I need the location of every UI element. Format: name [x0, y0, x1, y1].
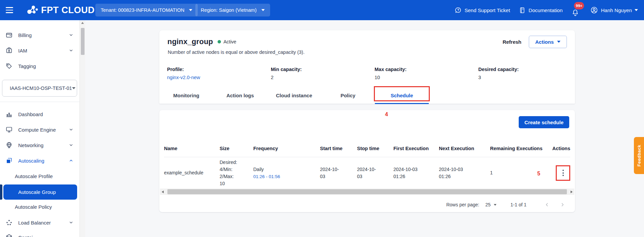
load-balancer-icon [5, 219, 13, 226]
cell-name: example_schedule [164, 169, 220, 176]
top-navbar: FPT CLOUD Tenant: 000823-INFRA-AUTOMATIO… [0, 0, 644, 20]
scrollbar-thumb[interactable] [81, 28, 85, 55]
region-selector[interactable]: Region: Saigon (Vietnam) [195, 4, 270, 16]
actions-button[interactable]: Actions [529, 36, 567, 48]
chevron-down-icon [261, 9, 265, 11]
sidebar-item-load-balancer[interactable]: Load Balancer [0, 215, 79, 230]
send-support-ticket-button[interactable]: Send Support Ticket [455, 7, 510, 14]
field-desired-capacity: Desired capacity: 3 [478, 67, 582, 80]
chevron-down-icon [189, 9, 192, 11]
region-label: Region: Saigon (Vietnam) [201, 7, 257, 13]
chevron-down-icon [69, 127, 73, 132]
documentation-icon [519, 7, 526, 14]
cell-remaining-executions: 1 [490, 169, 554, 176]
logo-text: FPT CLOUD [41, 5, 95, 15]
sidebar-item-compute-engine[interactable]: Compute Engine [0, 122, 79, 137]
sidebar-item-networking[interactable]: Networking [0, 137, 79, 153]
cell-next-execution: 2024-10-03 01:26 [439, 166, 490, 180]
scrollbar-thumb[interactable] [167, 189, 567, 194]
active-tab-indicator [375, 103, 429, 104]
rows-per-page-select[interactable]: 25 [485, 202, 496, 207]
sidebar-item-dashboard[interactable]: Dashboard [0, 106, 79, 122]
group-header-card: nginx_group Active Refresh Actions Numbe… [159, 30, 575, 104]
container-icon [5, 234, 13, 237]
chevron-down-icon [69, 33, 73, 37]
chevron-down-icon [635, 9, 638, 11]
sidebar-item-autoscale-policy[interactable]: Autoscale Policy [0, 199, 79, 214]
previous-page-button[interactable] [542, 202, 552, 207]
tab-policy[interactable]: Policy [321, 87, 375, 104]
cell-frequency: Daily 01:26 - 01:56 [253, 166, 320, 180]
cell-first-execution: 2024-10-03 01:26 [393, 166, 439, 180]
pagination: Rows per page: 25 1-1 of 1 [446, 199, 568, 211]
field-max-capacity: Max capacity: 10 [375, 67, 478, 80]
sidebar-scrollbar[interactable] [79, 20, 85, 237]
status-badge: Active [218, 39, 236, 44]
capacity-fields: Profile: nginx-v2.0-new Min capacity: 2 … [167, 67, 583, 80]
scroll-left-arrow-icon[interactable] [162, 191, 164, 193]
create-schedule-button[interactable]: Create schedule [519, 116, 569, 128]
user-name: Hanh Nguyen [601, 7, 632, 13]
refresh-button[interactable]: Refresh [503, 39, 521, 45]
tab-monitoring[interactable]: Monitoring [159, 87, 213, 104]
navbar-right: Send Support Ticket Documentation 99+ Ha… [455, 0, 638, 20]
vpc-selector[interactable]: IAAS-HCM10-OSP-TEST-01 [2, 80, 77, 97]
cell-stop-time: 2024-10- 03 [357, 166, 393, 180]
tab-cloud-instance[interactable]: Cloud instance [267, 87, 321, 104]
sidebar-item-billing[interactable]: Billing [0, 27, 79, 43]
chevron-left-icon [544, 202, 550, 207]
chevron-down-icon [69, 48, 73, 53]
table-horizontal-scrollbar[interactable] [160, 189, 574, 195]
chevron-down-icon [69, 143, 73, 147]
sidebar-item-iam[interactable]: IAM [0, 43, 79, 58]
tab-action-logs[interactable]: Action logs [213, 87, 267, 104]
tenant-label: Tenant: 000823-INFRA-AUTOMATION [101, 7, 184, 13]
globe-icon [5, 141, 13, 149]
next-page-button[interactable] [557, 202, 568, 207]
table-header-row: Name Size Frequency Start time Stop time… [164, 140, 570, 157]
bell-icon [571, 9, 579, 17]
chevron-down-icon [69, 220, 73, 225]
sidebar-divider [0, 102, 79, 102]
sidebar-item-tagging[interactable]: Tagging [0, 58, 79, 74]
annotation-step-4: 4 [385, 111, 388, 117]
sidebar-item-autoscaling[interactable]: Autoscaling [0, 153, 79, 168]
cell-start-time: 2024-10- 03 [320, 166, 357, 180]
table-row: example_schedule Desired: 4/Min: 2/Max: … [164, 157, 570, 189]
profile-link[interactable]: nginx-v2.0-new [167, 75, 271, 80]
cell-size: Desired: 4/Min: 2/Max: 10 [220, 159, 253, 187]
pagination-range: 1-1 of 1 [511, 202, 526, 207]
annotation-step-5: 5 [537, 171, 540, 177]
user-menu[interactable]: Hanh Nguyen [590, 6, 638, 14]
tenant-selector[interactable]: Tenant: 000823-INFRA-AUTOMATION [95, 4, 198, 16]
autoscaling-icon [5, 157, 13, 164]
fpt-cloud-logo: FPT CLOUD [25, 3, 95, 17]
menu-icon[interactable] [0, 0, 19, 20]
avatar-icon [590, 6, 598, 14]
tab-schedule[interactable]: Schedule [375, 87, 429, 104]
chevron-right-icon [560, 202, 565, 207]
schedule-card: 4 Create schedule Name Size Frequency St… [159, 110, 575, 212]
tab-bar: Monitoring Action logs Cloud instance Po… [159, 87, 429, 104]
tag-icon [5, 62, 13, 70]
frequency-time-link[interactable]: 01:26 - 01:56 [253, 173, 320, 180]
notification-badge: 99+ [574, 2, 584, 9]
cell-actions [554, 165, 570, 181]
documentation-link[interactable]: Documentation [519, 7, 562, 14]
feedback-button[interactable]: Feedback [634, 137, 644, 174]
sidebar-item-autoscale-profile[interactable]: Autoscale Profile [0, 168, 79, 184]
status-dot-icon [218, 40, 221, 43]
chevron-down-icon [557, 41, 560, 43]
annotation-box-actions [556, 165, 570, 181]
chevron-down-icon [494, 204, 496, 206]
vpc-selector-value: IAAS-HCM10-OSP-TEST-01 [10, 86, 72, 91]
scroll-right-arrow-icon[interactable] [571, 191, 573, 193]
row-actions-kebab-icon[interactable] [560, 168, 567, 178]
chevron-up-icon [69, 158, 73, 163]
wallet-icon [5, 31, 13, 39]
id-card-icon [5, 47, 13, 54]
sidebar-item-container[interactable]: Contai [0, 230, 79, 237]
notifications-button[interactable]: 99+ [571, 3, 581, 17]
scroll-up-arrow-icon[interactable] [81, 22, 84, 24]
sidebar-item-autoscale-group[interactable]: Autoscale Group [3, 184, 77, 200]
